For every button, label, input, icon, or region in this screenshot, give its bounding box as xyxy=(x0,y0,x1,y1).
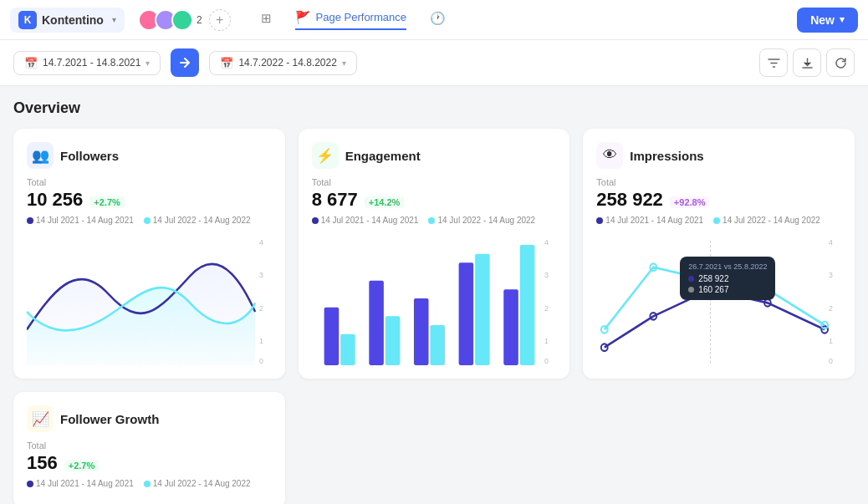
svg-text:1: 1 xyxy=(829,337,833,345)
download-icon xyxy=(801,57,814,69)
svg-text:3: 3 xyxy=(829,271,833,279)
filter-button[interactable] xyxy=(759,48,788,77)
svg-text:1: 1 xyxy=(259,337,263,345)
svg-text:0: 0 xyxy=(259,357,263,365)
impressions-chart: 4 3 2 1 0 xyxy=(596,232,841,365)
follower-growth-value-row: 156 +2.7% xyxy=(27,452,272,474)
svg-text:4: 4 xyxy=(259,238,263,247)
main-content: Overview 👥 Followers Total 10 256 +2.7% … xyxy=(0,86,868,504)
nav-page-performance-label: Page Performance xyxy=(316,11,406,23)
brand-logo[interactable]: K Kontentino ▾ xyxy=(10,8,125,33)
followers-chart: 4 3 2 1 0 xyxy=(27,232,272,365)
tooltip-value2-row: 160 267 xyxy=(688,285,767,294)
calendar-icon: 📅 xyxy=(24,57,38,69)
date-range-2-label: 14.7.2022 - 14.8.2022 xyxy=(238,57,336,69)
impressions-title: Impressions xyxy=(630,149,703,163)
date-range-2-button[interactable]: 📅 14.7.2022 - 14.8.2022 ▾ xyxy=(209,51,356,75)
avatar-group: 2 xyxy=(138,9,202,31)
nav-grid[interactable]: ⊞ xyxy=(261,11,272,29)
follower-growth-title: Follower Growth xyxy=(60,412,159,426)
svg-text:3: 3 xyxy=(259,271,263,279)
engagement-legend: 14 Jul 2021 - 14 Aug 2021 14 Jul 2022 - … xyxy=(312,216,557,225)
svg-rect-18 xyxy=(503,289,518,365)
svg-text:3: 3 xyxy=(544,271,549,279)
download-button[interactable] xyxy=(793,48,821,77)
svg-rect-12 xyxy=(369,281,384,365)
chevron-down-icon: ▾ xyxy=(112,15,116,24)
impressions-icon: 👁 xyxy=(596,142,623,169)
engagement-chart: 4 3 2 1 0 xyxy=(312,232,557,365)
engagement-badge: +14.2% xyxy=(365,196,405,208)
overview-cards: 👥 Followers Total 10 256 +2.7% 14 Jul 20… xyxy=(13,129,855,379)
compare-button[interactable] xyxy=(171,48,199,77)
clock-icon: 🕐 xyxy=(430,11,446,26)
engagement-icon: ⚡ xyxy=(312,142,339,169)
header: K Kontentino ▾ 2 + ⊞ 🚩 Page Performance … xyxy=(0,0,868,40)
chevron-down-icon: ▾ xyxy=(840,14,845,25)
follower-growth-card: 📈 Follower Growth Total 156 +2.7% 14 Jul… xyxy=(13,392,285,504)
brand-name: Kontentino xyxy=(42,13,104,27)
tooltip-dot-2 xyxy=(688,287,694,293)
followers-card-header: 👥 Followers xyxy=(27,142,272,169)
follower-growth-legend: 14 Jul 2021 - 14 Aug 2021 14 Jul 2022 - … xyxy=(27,479,272,488)
impressions-card: 👁 Impressions Total 258 922 +92.8% 14 Ju… xyxy=(583,129,855,379)
follower-growth-value: 156 xyxy=(27,452,58,474)
svg-text:2: 2 xyxy=(259,304,263,313)
nav-page-performance[interactable]: 🚩 Page Performance xyxy=(295,10,406,30)
main-nav: ⊞ 🚩 Page Performance 🕐 xyxy=(261,10,791,30)
svg-rect-16 xyxy=(458,262,473,365)
svg-rect-11 xyxy=(340,334,355,365)
svg-text:0: 0 xyxy=(829,357,833,365)
engagement-total-label: Total xyxy=(312,177,557,187)
refresh-button[interactable] xyxy=(826,48,855,77)
grid-icon: ⊞ xyxy=(261,11,272,26)
toolbar-actions xyxy=(759,48,855,77)
engagement-card: ⚡ Engagement Total 8 677 +14.2% 14 Jul 2… xyxy=(299,129,570,379)
calendar-icon: 📅 xyxy=(220,57,233,69)
svg-text:1: 1 xyxy=(544,337,549,345)
followers-icon: 👥 xyxy=(27,142,54,169)
svg-rect-15 xyxy=(430,325,445,365)
svg-text:0: 0 xyxy=(544,357,549,365)
add-workspace-button[interactable]: + xyxy=(209,9,231,31)
followers-total-label: Total xyxy=(27,177,272,187)
impressions-value: 258 922 xyxy=(596,189,663,211)
svg-rect-13 xyxy=(385,316,400,365)
bottom-cards: 📈 Follower Growth Total 156 +2.7% 14 Jul… xyxy=(13,392,855,504)
empty-card-2 xyxy=(299,392,570,504)
impressions-badge: +92.8% xyxy=(670,196,710,208)
impressions-value-row: 258 922 +92.8% xyxy=(596,189,841,211)
follower-growth-icon: 📈 xyxy=(27,405,54,432)
flag-icon: 🚩 xyxy=(295,10,311,25)
engagement-value: 8 677 xyxy=(312,189,358,211)
chart-tooltip: 26.7.2021 vs 25.8.2022 258 922 160 267 xyxy=(680,257,775,300)
engagement-card-header: ⚡ Engagement xyxy=(312,142,557,169)
engagement-title: Engagement xyxy=(345,149,421,163)
followers-badge: +2.7% xyxy=(89,196,125,208)
svg-rect-14 xyxy=(414,298,429,365)
chevron-down-icon: ▾ xyxy=(342,59,346,68)
followers-value-row: 10 256 +2.7% xyxy=(27,189,272,211)
toolbar: 📅 14.7.2021 - 14.8.2021 ▾ 📅 14.7.2022 - … xyxy=(0,40,868,86)
date-range-1-button[interactable]: 📅 14.7.2021 - 14.8.2021 ▾ xyxy=(13,51,161,75)
follower-growth-total-label: Total xyxy=(27,440,272,451)
svg-text:2: 2 xyxy=(829,304,833,313)
new-button[interactable]: New ▾ xyxy=(797,8,858,33)
chevron-down-icon: ▾ xyxy=(146,59,150,68)
date-range-1-label: 14.7.2021 - 14.8.2021 xyxy=(43,57,140,69)
empty-card-3 xyxy=(583,392,855,504)
tooltip-value1: 258 922 xyxy=(698,274,728,283)
impressions-card-header: 👁 Impressions xyxy=(596,142,841,169)
header-right: New ▾ xyxy=(797,8,858,33)
avatar xyxy=(171,9,193,31)
brand-icon: K xyxy=(18,11,37,29)
filter-icon xyxy=(768,57,780,69)
svg-text:2: 2 xyxy=(544,304,549,313)
impressions-total-label: Total xyxy=(596,177,841,187)
follower-growth-badge: +2.7% xyxy=(64,460,100,471)
tooltip-value2: 160 267 xyxy=(698,285,728,294)
followers-card: 👥 Followers Total 10 256 +2.7% 14 Jul 20… xyxy=(13,129,285,379)
followers-title: Followers xyxy=(60,149,119,163)
nav-schedule[interactable]: 🕐 xyxy=(430,11,446,29)
compare-icon xyxy=(178,56,191,69)
